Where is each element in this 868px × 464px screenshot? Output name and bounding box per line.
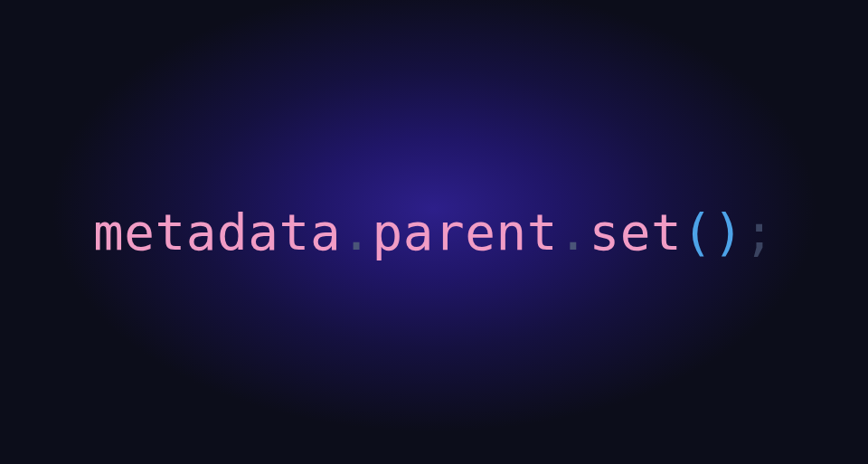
- dot-operator-2: .: [558, 203, 589, 261]
- open-paren: (: [682, 203, 712, 261]
- code-snippet: metadata.parent.set();: [93, 203, 775, 261]
- close-paren: ): [712, 203, 743, 261]
- dot-operator-1: .: [341, 203, 372, 261]
- method-set: set: [589, 203, 682, 261]
- identifier-metadata: metadata: [93, 203, 341, 261]
- semicolon: ;: [744, 203, 775, 261]
- identifier-parent: parent: [372, 203, 558, 261]
